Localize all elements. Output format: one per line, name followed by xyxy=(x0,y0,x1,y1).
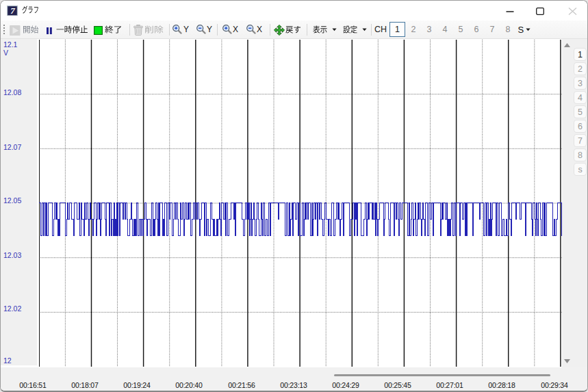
svg-text:7: 7 xyxy=(10,5,15,16)
